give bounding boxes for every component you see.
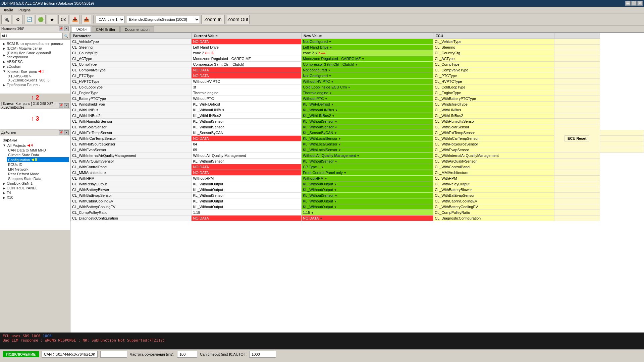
new-value-cell[interactable]: Not Configured ▼ [302,39,433,45]
connect-button[interactable]: ПОДКЛЮЧЕНИЕ [3,351,39,357]
ecu-name-cell: CL_WithCabrinCoolingEV [433,198,554,204]
action-cell [554,181,600,187]
new-value-cell[interactable]: NO DATA ▼ [302,216,433,221]
tree-item-panel[interactable]: ▶ Приборная Панель [1,82,69,87]
new-value-cell[interactable]: Without Air Quality Management ▼ [302,153,433,159]
minimize-button[interactable]: — [625,1,631,6]
session-dropdown[interactable]: ExtendedDiagnosticSession [10C0] [126,16,200,23]
param-name-cell: CL_WithInternalAirQualityManagement [71,153,192,159]
action-ecus[interactable]: ECUs ID [7,162,69,167]
freq-input[interactable] [177,351,197,358]
toolbar-btn-6[interactable]: 0x [58,15,68,24]
tree-item-climbox[interactable]: X10-X98-X87-X52ClimBoxGen1_v08_3 [7,74,69,82]
toolbar: 🔌 ⚙ 🔄 🟢 ★ 0x 📥 📤 CAN Line 1 ExtendedDiag… [0,13,644,25]
table-row: CL_WithLINBusKL_WithoutLINBusKL_WithoutL… [71,107,644,113]
new-value-cell[interactable]: KL_WithoutOutput ▼ [302,181,433,187]
new-value-cell[interactable]: Left Hand Drive ▼ [302,45,433,50]
ecu-panel-pin[interactable]: 📌 [59,26,63,31]
action-all-projects[interactable]: ▼ All Projects ◀ 4 [1,143,69,148]
toolbar-btn-8[interactable]: 📤 [81,15,91,24]
new-value-cell[interactable]: Cold Loop inside ECU Clm ▼ [302,84,433,90]
new-value-cell[interactable]: Compressor 3 (Int Ctrl - Clutch) ▼ [302,62,433,67]
tab-screen[interactable]: Экран [72,26,91,32]
panel2-close[interactable]: ✕ [64,103,69,108]
action-lin[interactable]: LIN Network [7,167,69,172]
tab-documentation[interactable]: Documentation [120,26,154,32]
ecu-reset-button[interactable]: ECU Reset [565,135,589,141]
new-value-cell[interactable]: KL_WithoutSensor ▼ [302,159,433,164]
col-header-action [554,33,600,39]
menu-plugins[interactable]: Plugins [16,7,33,13]
action-t4[interactable]: ▶ T4 [1,190,69,195]
new-value-cell[interactable]: Without PTC ▼ [302,96,433,102]
new-value-cell[interactable]: zone 2 ▼ 8 ⟹ [302,50,433,56]
action-x10[interactable]: ▶ X10 [1,195,69,200]
zoom-out-button[interactable]: Zoom Out [226,15,250,24]
new-value-cell[interactable]: Not configured ▼ [302,67,433,73]
close-button[interactable]: ✕ [637,1,643,6]
toolbar-btn-7[interactable]: 📥 [70,15,80,24]
new-value-cell[interactable]: KL_WithoutSensor ▼ [302,119,433,124]
toolbar-btn-5[interactable]: ★ [47,15,57,24]
tree-item-zcustom[interactable]: ▶ zCustom [1,64,69,69]
actions-pin[interactable]: 📌 [59,130,63,135]
new-value-cell[interactable]: CP Type 1 ▼ [302,164,433,170]
new-value-cell[interactable]: KL_WithoutSensor ▼ [302,193,433,198]
action-steppers[interactable]: Steppers State Data [7,176,69,181]
action-climate[interactable]: Climate State Data [7,153,69,157]
param-name-cell: CL_WithInCarTempSensor [71,136,192,141]
actions-close[interactable]: ✕ [64,130,69,135]
action-control-panel[interactable]: ▶ CONTROL PANEL [1,186,69,190]
new-value-cell[interactable]: Front Control Panel only ▼ [302,170,433,176]
new-value-cell[interactable]: KL_WithoutOutput ▼ [302,204,433,210]
new-value-cell[interactable]: KL_WithoutLINBus ▼ [302,107,433,113]
can-timeout-input[interactable] [249,351,276,358]
toolbar-btn-4[interactable]: 🟢 [36,15,46,24]
param-name-cell: CL_WithHotSourceSensor [71,141,192,147]
current-value-cell: KL_SensorByCAN [192,130,302,136]
new-value-cell[interactable]: KL_WithoutOutput ▼ [302,198,433,204]
toolbar-btn-2[interactable]: ⚙ [13,15,23,24]
tab-can-sniffer[interactable]: CAN Sniffer [92,26,120,32]
toolbar-btn-3[interactable]: 🔄 [24,15,34,24]
table-row: CL_WithBatteryCoolingEVKL_WithoutOutputK… [71,204,644,210]
action-rear[interactable]: Rear Defrost Mode [7,172,69,176]
tree-item-dcm[interactable]: ▶ (DCM) Модуль связи [1,46,69,51]
new-value-cell[interactable]: KL_WithLocalSensor ▼ [302,147,433,153]
param-name-cell: CL_WithControlPanel [71,164,192,170]
tree-item-climat[interactable]: ▼ Климат Контроль ◀ 1 [1,69,69,74]
zoom-in-button[interactable]: Zoom In [201,15,225,24]
new-value-cell[interactable]: 1.15 ▼ [302,210,433,216]
tree-item-bcm[interactable]: ▶ BCM Блок кузовной электроники [1,41,69,46]
tree-item-abs[interactable]: ▶ ABS/ESC [1,59,69,64]
toolbar-btn-1[interactable]: 🔌 [1,15,11,24]
search-button[interactable]: 🔍 [63,33,69,39]
action-climbox[interactable]: ▶ ClimBox GEN 1 [1,181,69,186]
new-value-cell[interactable]: KL_WithoutOutput ▼ [302,187,433,193]
ecu-tree: ▶ BCM Блок кузовной электроники ▶ (DCM) … [0,40,70,94]
col-header-new: New Value [302,33,433,39]
new-value-cell[interactable]: Not Configured ▼ [302,73,433,79]
ecu-panel-close[interactable]: ✕ [64,26,69,31]
new-value-cell[interactable]: KL_WithLINBus2 ▼ [302,113,433,119]
search-input[interactable] [1,33,63,39]
action-configuration[interactable]: Configuration ◀ 5 [7,157,69,162]
can-line-dropdown[interactable]: CAN Line 1 [96,16,125,23]
new-value-cell[interactable]: KL_WnFiDefrost ▼ [302,102,433,107]
new-value-cell[interactable]: Thermic engine ▼ [302,90,433,96]
menu-file[interactable]: Файл [1,7,16,13]
new-value-cell[interactable]: KL_WithLocalSensor ▼ [302,136,433,141]
tree-item-emm[interactable]: ▶ (EMM) Доп.Блок кузовной электроники [1,51,69,59]
new-value-cell[interactable]: Monozone Regulated - CAREG MZ ▼ [302,56,433,62]
maximize-button[interactable]: ❐ [631,1,637,6]
action-cell [554,176,600,181]
new-value-cell[interactable]: Without HV PTC ▼ [302,79,433,84]
new-value-cell[interactable]: KL_WithoutSensor ▼ [302,124,433,130]
new-value-cell[interactable]: WithoutHPM ▼ [302,176,433,181]
new-value-cell[interactable]: KL_SensorByCAN ▼ [302,130,433,136]
action-can-data[interactable]: CAN Data to MMI MFD [7,148,69,153]
new-value-cell[interactable]: KL_WithLocalSensor ▼ [302,141,433,147]
action-cell [554,50,600,56]
panel2-pin[interactable]: 📌 [59,103,63,108]
screens-section-label: Экраны [1,137,69,143]
